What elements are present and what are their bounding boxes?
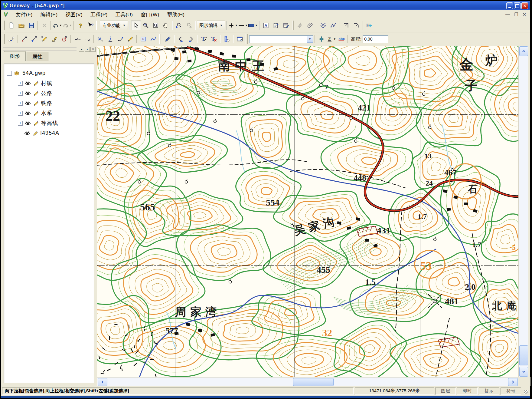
status-panel-1[interactable]: 图层: [435, 387, 456, 395]
pencil-icon[interactable]: [33, 91, 38, 96]
close-button[interactable]: ✕: [521, 2, 528, 9]
h-shift-button[interactable]: H: [364, 21, 374, 30]
expand-box[interactable]: +: [18, 101, 23, 106]
menu-item-3[interactable]: 视图(V): [61, 11, 86, 19]
prev-view-button[interactable]: [174, 21, 184, 30]
snap-point-button[interactable]: [105, 34, 115, 44]
dropdown-arrow-icon[interactable]: ▼: [69, 24, 72, 27]
mdi-restore-button[interactable]: ❐: [514, 12, 518, 17]
eye-icon[interactable]: [24, 91, 31, 96]
dropdown-arrow-icon[interactable]: ▼: [220, 24, 223, 27]
open-file-button[interactable]: [16, 21, 26, 30]
pen-node-button[interactable]: [39, 34, 49, 44]
menu-item-2[interactable]: 编辑(E): [36, 11, 61, 19]
menu-item-6[interactable]: 窗口(W): [137, 11, 163, 19]
map-canvas[interactable]: 南中王金炉子224217448565554吴家沟43113467石241.71.…: [97, 46, 518, 377]
abc-label-button[interactable]: abc: [336, 34, 346, 44]
zoom-window-button[interactable]: [151, 21, 161, 30]
table-window-button[interactable]: [235, 34, 245, 44]
arrow-extend-button[interactable]: [115, 34, 125, 44]
curve-button[interactable]: [148, 34, 158, 44]
toolbar-grip[interactable]: [3, 34, 5, 44]
tree-layer-row-铁路[interactable]: +铁路: [7, 98, 93, 108]
dropdown-arrow-icon[interactable]: ▼: [235, 24, 238, 27]
symbol-combo-box[interactable]: ▼: [249, 35, 313, 43]
mdi-close-button[interactable]: ✕: [522, 12, 526, 17]
mdi-minimize-button[interactable]: —: [505, 12, 510, 17]
topographic-map[interactable]: 南中王金炉子224217448565554吴家沟43113467石241.71.…: [97, 46, 518, 377]
collapse-box[interactable]: −: [7, 71, 12, 76]
tree-layer-row-等高线[interactable]: +等高线: [7, 118, 93, 128]
pencil-icon[interactable]: [32, 130, 38, 136]
expand-box[interactable]: +: [18, 111, 23, 116]
node-delete-button[interactable]: [95, 34, 105, 44]
eye-icon[interactable]: [24, 101, 31, 106]
line-extend-button[interactable]: [72, 34, 82, 44]
mdi-system-icon[interactable]: V: [4, 11, 8, 18]
help-button[interactable]: ?: [75, 21, 85, 30]
dropdown-arrow-icon[interactable]: ▼: [59, 24, 62, 27]
undo-button[interactable]: ▼: [52, 21, 62, 30]
eye-icon[interactable]: [24, 120, 31, 126]
smooth-lines-button[interactable]: [318, 21, 328, 30]
corner-round-button[interactable]: [351, 21, 361, 30]
scroll-down-button[interactable]: [519, 367, 528, 377]
toolbar-grip[interactable]: [246, 34, 248, 44]
toolbar-grip[interactable]: [96, 21, 98, 30]
color-picker-button[interactable]: ▼: [248, 21, 258, 30]
pan-button[interactable]: [161, 21, 171, 30]
scroll-up-button[interactable]: [519, 46, 528, 56]
point-style-button[interactable]: ▼: [228, 21, 238, 30]
brush-button[interactable]: [49, 34, 59, 44]
pencil-icon[interactable]: [33, 110, 38, 116]
tree-layer-row-水系[interactable]: +水系: [7, 108, 93, 118]
eye-icon[interactable]: [24, 81, 31, 86]
dropdown-arrow-icon[interactable]: ▼: [123, 24, 126, 27]
professional-menu-button[interactable]: 专业功能▼: [100, 21, 128, 30]
panel-drag-grip[interactable]: [3, 48, 77, 51]
status-panel-2[interactable]: 即时: [457, 387, 478, 395]
link-button[interactable]: [305, 21, 315, 30]
context-help-button[interactable]: ?: [85, 21, 95, 30]
tree-layer-row-村镇[interactable]: +村镇: [7, 78, 93, 88]
text-delete-button[interactable]: T: [209, 34, 219, 44]
expand-box[interactable]: +: [18, 81, 23, 86]
tree-root-row[interactable]: −54A.gwp: [7, 68, 93, 78]
menu-item-4[interactable]: 工程(P): [86, 11, 112, 19]
vscroll-thumb[interactable]: [519, 345, 528, 365]
status-panel-4[interactable]: 符号: [501, 387, 521, 395]
pencil-icon[interactable]: [33, 101, 38, 106]
z-value-button[interactable]: Z▼: [326, 34, 336, 44]
ruler-button[interactable]: [222, 34, 232, 44]
corner-square-button[interactable]: [341, 21, 351, 30]
node-edit-button[interactable]: [6, 34, 16, 44]
tree-layer-row-I4954A[interactable]: I4954A: [7, 128, 93, 138]
text-edit-button[interactable]: T: [199, 34, 209, 44]
eye-icon[interactable]: [24, 130, 31, 136]
pen-back-button[interactable]: [176, 34, 186, 44]
dropdown-arrow-icon[interactable]: ▼: [333, 38, 336, 41]
panel-dock-up-button[interactable]: ▴: [85, 47, 90, 52]
pen-forward-button[interactable]: [186, 34, 196, 44]
resize-grip[interactable]: [522, 387, 529, 395]
dropdown-arrow-icon[interactable]: ▼: [255, 24, 258, 27]
select-tool-button[interactable]: [131, 21, 141, 30]
scroll-left-button[interactable]: [98, 378, 107, 386]
vertex-add-button[interactable]: [29, 34, 39, 44]
menu-item-1[interactable]: 文件(F): [12, 11, 37, 19]
tab-graphics[interactable]: 图形: [4, 51, 26, 61]
menu-item-7[interactable]: 帮助(H): [163, 11, 188, 19]
circle-node-button[interactable]: [59, 34, 69, 44]
text-style-button[interactable]: A: [261, 21, 271, 30]
pencil-icon[interactable]: [33, 120, 38, 126]
combo-dropdown-arrow[interactable]: ▼: [307, 36, 313, 43]
toolbar-grip[interactable]: [292, 21, 294, 30]
save-button[interactable]: [26, 21, 36, 30]
elevation-input[interactable]: [363, 35, 388, 43]
snap-toggle-button[interactable]: [316, 34, 326, 44]
tree-layer-row-公路[interactable]: +公路: [7, 88, 93, 98]
tab-attributes[interactable]: 属性: [27, 52, 48, 61]
toolbar-grip[interactable]: [3, 21, 5, 30]
frame-button[interactable]: F: [138, 34, 148, 44]
panel-dock-left-button[interactable]: ◂: [79, 47, 84, 52]
